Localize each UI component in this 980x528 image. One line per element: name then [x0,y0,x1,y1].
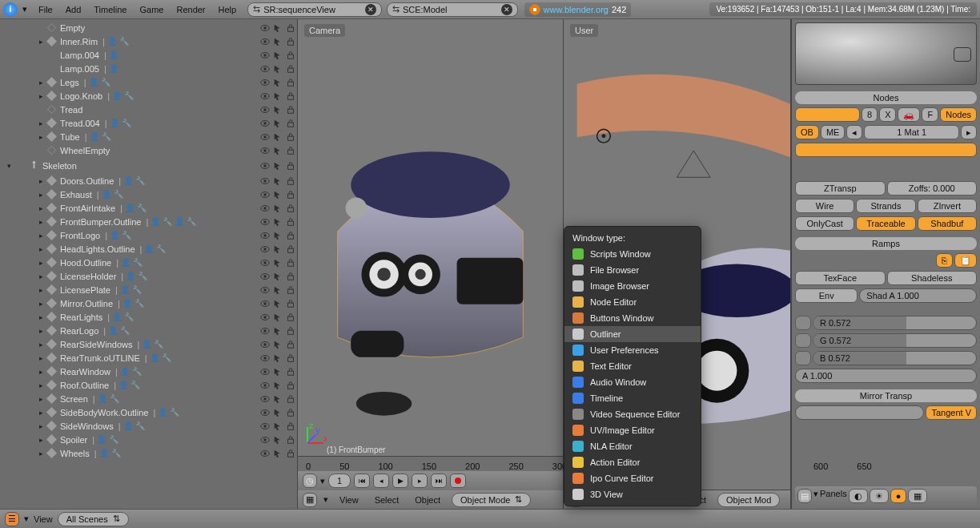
expand-icon[interactable]: ▸ [35,449,46,457]
selectable-icon[interactable] [273,394,283,404]
render-icon[interactable] [286,190,295,200]
visibility-icon[interactable] [260,340,270,349]
outliner-item[interactable]: ▸FrontAirIntake|👤🔧 [0,201,297,215]
menu-render[interactable]: Render [170,2,211,18]
selectable-icon[interactable] [273,105,283,115]
selectable-icon[interactable] [273,37,283,46]
visibility-icon[interactable] [260,244,270,254]
render-icon[interactable] [286,244,295,254]
expand-icon[interactable]: ▸ [35,119,46,127]
selectable-icon[interactable] [273,50,283,60]
expand-icon[interactable]: ▸ [35,286,46,294]
selectable-icon[interactable] [273,449,283,458]
render-icon[interactable] [286,204,295,213]
selectable-icon[interactable] [273,64,283,74]
scene-selector[interactable]: ⇆ SCE:Model ✕ [387,2,518,17]
render-icon[interactable] [286,449,295,458]
render-icon[interactable] [286,50,295,60]
outliner-item[interactable]: ▸SideBodyWork.Outline|👤🔧 [0,405,297,419]
render-icon[interactable] [286,353,295,363]
outliner-item[interactable]: WheelEmpty [0,143,297,157]
expand-icon[interactable]: ▸ [35,79,46,87]
context-icon[interactable]: ▦ [908,489,927,503]
users-count[interactable]: 8 [862,107,878,122]
traceable-button[interactable]: Traceable [856,216,915,231]
render-icon[interactable] [286,78,295,87]
expand-icon[interactable]: ▸ [35,422,46,430]
window-type-item[interactable]: File Browser [564,262,701,278]
expand-icon[interactable]: ▸ [35,177,46,185]
visibility-icon[interactable] [260,119,270,128]
collapse-icon[interactable]: ▾ [3,162,14,170]
delete-button[interactable]: X [879,107,896,122]
editor-type-icon[interactable]: ◷ [303,474,317,488]
selectable-icon[interactable] [273,421,283,431]
select-menu[interactable]: Select [370,495,404,505]
window-type-item[interactable]: Video Sequence Editor [564,406,701,422]
g-slider[interactable]: G 0.572 [813,333,977,348]
selectable-icon[interactable] [273,190,283,200]
outliner-item[interactable]: ▸HeadLights.Outline|👤🔧 [0,242,297,256]
selectable-icon[interactable] [273,204,283,213]
render-icon[interactable] [286,367,295,377]
prev-mat-icon[interactable]: ◂ [846,125,862,139]
outliner-item[interactable]: ▸Logo.Knob|👤🔧 [0,89,297,103]
selectable-icon[interactable] [273,176,283,186]
outliner-item[interactable]: Empty [0,21,297,34]
outliner-item[interactable]: ▸Spoiler|👤🔧 [0,433,297,446]
auto-icon[interactable]: 🚗 [898,107,920,122]
visibility-icon[interactable] [260,204,270,213]
visibility-icon[interactable] [260,299,270,308]
visibility-icon[interactable] [260,435,270,445]
env-button[interactable]: Env [795,288,858,303]
expand-icon[interactable]: ▸ [35,436,46,444]
b-slider[interactable]: B 0.572 [813,351,977,365]
selectable-icon[interactable] [273,244,283,254]
selectable-icon[interactable] [273,258,283,268]
current-frame[interactable]: 1 [328,474,351,488]
render-icon[interactable] [286,408,295,417]
expand-icon[interactable]: ▸ [35,381,46,389]
color-swatch[interactable] [795,351,811,365]
editor-type-icon[interactable]: ▤ [797,489,812,503]
mirror-slider[interactable] [795,405,924,420]
window-type-item[interactable]: User Preferences [564,342,701,358]
expand-icon[interactable]: ▸ [35,354,46,362]
header-dropdown-icon[interactable]: ▾ [19,4,30,14]
render-icon[interactable] [286,312,295,322]
viewport-camera[interactable]: Camera x z y (1) Fr [298,19,564,509]
context-icon[interactable]: ● [890,489,907,503]
visibility-icon[interactable] [260,408,270,417]
fake-user-button[interactable]: F [922,107,938,122]
visibility-icon[interactable] [260,217,270,227]
outliner-item[interactable]: ▸LicenseHolder|👤🔧 [0,269,297,283]
expand-icon[interactable]: ▸ [35,191,46,199]
selectable-icon[interactable] [273,408,283,417]
outliner-item[interactable]: Lamp.004|👤 [0,48,297,62]
render-icon[interactable] [286,132,295,142]
outliner-item[interactable]: ▸FrontBumper.Outline|👤🔧👤🔧 [0,215,297,228]
ztransp-button[interactable]: ZTransp [795,181,886,195]
visibility-icon[interactable] [260,367,270,377]
render-icon[interactable] [286,381,295,390]
visibility-icon[interactable] [260,91,270,101]
render-icon[interactable] [286,340,295,349]
visibility-icon[interactable] [260,353,270,363]
menu-file[interactable]: File [32,2,59,18]
context-icon[interactable]: ☀ [870,489,889,503]
forward-end-button[interactable]: ⏭ [431,474,447,488]
panels-menu[interactable]: Panels [820,489,847,503]
visibility-icon[interactable] [260,50,270,60]
scene-filter[interactable]: All Scenes⇅ [58,512,129,526]
visibility-icon[interactable] [260,161,270,171]
render-icon[interactable] [286,119,295,128]
outliner-item[interactable]: ▸Exhaust|👤🔧 [0,187,297,201]
render-icon[interactable] [286,146,295,155]
outliner-item[interactable]: ▸RearSideWindows|👤🔧 [0,337,297,351]
expand-icon[interactable]: ▸ [35,218,46,226]
context-icon[interactable]: ◐ [849,489,868,503]
outliner-item[interactable]: ▸Wheels|👤🔧 [0,446,297,460]
next-mat-icon[interactable]: ▸ [961,125,977,139]
visibility-icon[interactable] [260,132,270,142]
outliner-item[interactable]: ▸Doors.Outline|👤🔧 [0,174,297,187]
